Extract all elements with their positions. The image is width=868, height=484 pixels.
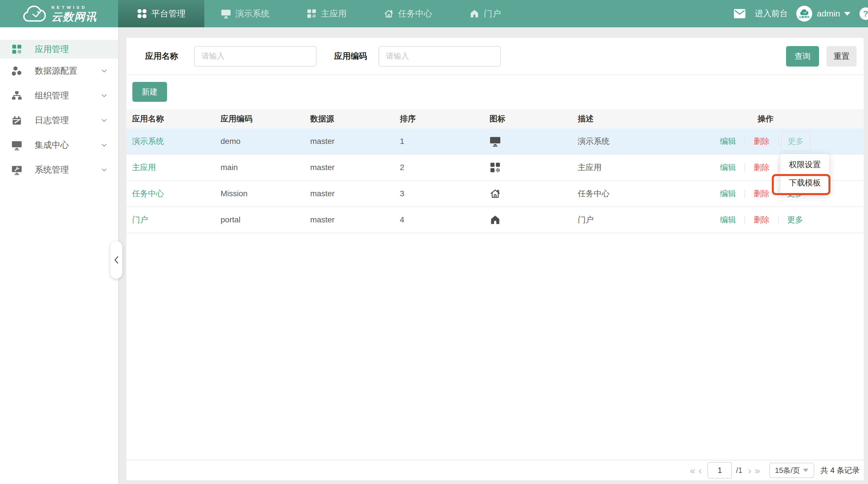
- more-link[interactable]: 更多: [787, 215, 803, 225]
- last-page-button[interactable]: »: [753, 465, 762, 475]
- sidebar-collapse-handle[interactable]: [111, 241, 122, 279]
- app-name-link[interactable]: 演示系统: [132, 137, 164, 146]
- total-records-label: 共 4 条记录: [820, 465, 860, 476]
- sidebar-item-datasource-config[interactable]: 数据源配置: [0, 59, 118, 83]
- app-name-label: 应用名称: [145, 51, 178, 62]
- cloud-logo-icon: [21, 5, 48, 23]
- table-row: 演示系统 demo master 1 演示系统 编辑 删除 更多: [126, 129, 864, 155]
- home-outline-icon: [490, 188, 501, 199]
- page-number-input[interactable]: 1: [708, 462, 732, 479]
- app-name-input[interactable]: [194, 46, 316, 67]
- dropdown-item-download-template[interactable]: 下载模板: [781, 174, 829, 192]
- more-actions-dropdown: 权限设置 下载模板: [781, 154, 829, 193]
- nav-tab-mission[interactable]: 任务中心: [384, 8, 432, 20]
- chevron-down-icon: [100, 141, 108, 149]
- chevron-down-icon: [100, 117, 108, 124]
- app-code-label: 应用编码: [334, 51, 367, 62]
- page-size-select[interactable]: 15条/页: [769, 463, 814, 478]
- dropdown-item-permission-settings[interactable]: 权限设置: [781, 156, 829, 174]
- table-row: 任务中心 Mission master 3 任务中心 编辑 删除 更多: [126, 181, 864, 207]
- new-button[interactable]: 新建: [132, 82, 167, 102]
- pagination-bar: « ‹ 1 /1 › » 15条/页 共 4 条记录: [126, 460, 864, 480]
- search-button[interactable]: 查询: [786, 46, 819, 67]
- sidebar-item-system-management[interactable]: 系统管理: [0, 158, 118, 182]
- nav-tab-demo[interactable]: 演示系统: [221, 8, 270, 20]
- help-icon[interactable]: ?: [860, 7, 868, 20]
- chevron-left-icon: [113, 256, 120, 264]
- envelope-icon[interactable]: [733, 8, 746, 19]
- top-nav: 平台管理 演示系统 主应用 任务中心 门户: [118, 0, 501, 27]
- app-name-link[interactable]: 主应用: [132, 163, 156, 172]
- brand-logo: NETWISD 云数网讯: [0, 0, 118, 27]
- sidebar-item-integration-center[interactable]: 集成中心: [0, 133, 118, 158]
- edit-link[interactable]: 编辑: [720, 215, 736, 225]
- chevron-down-icon: [100, 67, 108, 75]
- app-root: NETWISD 云数网讯 平台管理 演示系统 主应用 任务中心: [0, 0, 868, 484]
- total-pages-label: /1: [736, 466, 743, 475]
- content-card: 应用名称 应用编码 查询 重置 新建 应用名称 应用编码: [126, 38, 864, 480]
- table-header-row: 应用名称 应用编码 数据源 排序 图标 描述 操作: [126, 109, 864, 129]
- filter-bar: 应用名称 应用编码 查询 重置: [126, 38, 864, 74]
- edit-link[interactable]: 编辑: [720, 188, 736, 199]
- brand-name-en: NETWISD: [52, 5, 97, 9]
- brand-name-zh: 云数网讯: [52, 11, 97, 22]
- app-table: 应用名称 应用编码 数据源 排序 图标 描述 操作 演示系统 demo mast…: [126, 109, 864, 233]
- toolbar: 新建: [126, 75, 864, 102]
- nav-tab-main-app[interactable]: 主应用: [307, 8, 347, 20]
- more-link[interactable]: 更多: [788, 137, 804, 146]
- table-row: 门户 portal master 4 门户 编辑 删除 更多: [126, 207, 864, 233]
- home-outline-icon: [384, 8, 394, 19]
- delete-link[interactable]: 删除: [753, 215, 770, 225]
- app-name-link[interactable]: 任务中心: [132, 189, 164, 198]
- edit-link[interactable]: 编辑: [720, 162, 736, 173]
- top-bar: NETWISD 云数网讯 平台管理 演示系统 主应用 任务中心: [0, 0, 868, 27]
- avatar[interactable]: 云数网讯: [796, 6, 812, 22]
- main-content: 应用名称 应用编码 查询 重置 新建 应用名称 应用编码: [118, 27, 868, 484]
- first-page-button[interactable]: «: [688, 465, 697, 475]
- avatar-cloud-icon: [799, 9, 809, 15]
- reset-button[interactable]: 重置: [827, 46, 857, 67]
- monitor-icon: [11, 140, 22, 151]
- chevron-down-icon: [100, 92, 108, 100]
- prev-page-button[interactable]: ‹: [697, 465, 704, 475]
- nav-tab-portal[interactable]: 门户: [469, 8, 501, 20]
- select-caret-icon: [803, 469, 808, 472]
- sidebar-item-log-management[interactable]: 日志管理: [0, 108, 118, 133]
- grid-gear-icon: [307, 8, 317, 19]
- enter-front-link[interactable]: 进入前台: [755, 8, 788, 19]
- username[interactable]: admin: [817, 9, 840, 19]
- edit-link[interactable]: 编辑: [720, 136, 736, 147]
- delete-link[interactable]: 删除: [753, 136, 770, 147]
- sidebar-item-org-management[interactable]: 组织管理: [0, 83, 118, 108]
- monitor-icon: [221, 8, 231, 19]
- calendar-log-icon: [11, 115, 22, 126]
- hexagons-icon: [11, 66, 22, 76]
- sidebar-item-app-management[interactable]: 应用管理: [0, 40, 118, 59]
- app-code-input[interactable]: [378, 46, 501, 67]
- app-name-link[interactable]: 门户: [132, 215, 148, 224]
- grid-gear-icon: [490, 162, 501, 173]
- table-row: 主应用 main master 2 主应用 编辑 删除 更多: [126, 155, 864, 181]
- home-filled-icon: [490, 214, 501, 226]
- top-right-actions: 进入前台 云数网讯 admin ?: [733, 0, 868, 27]
- chevron-down-icon: [100, 166, 108, 174]
- grid-gear-icon: [11, 44, 22, 55]
- grid-clover-icon: [137, 8, 147, 19]
- home-filled-icon: [469, 8, 479, 19]
- next-page-button[interactable]: ›: [746, 465, 753, 475]
- sidebar: 应用管理 数据源配置 组织管理 日志管理 集成中心: [0, 27, 118, 484]
- nav-tab-platform[interactable]: 平台管理: [118, 0, 204, 27]
- user-menu-caret-icon[interactable]: [844, 12, 850, 15]
- org-chart-icon: [11, 90, 22, 101]
- delete-link[interactable]: 删除: [753, 188, 770, 199]
- monitor-icon: [490, 136, 501, 147]
- delete-link[interactable]: 删除: [753, 162, 770, 173]
- monitor-wrench-icon: [11, 165, 22, 175]
